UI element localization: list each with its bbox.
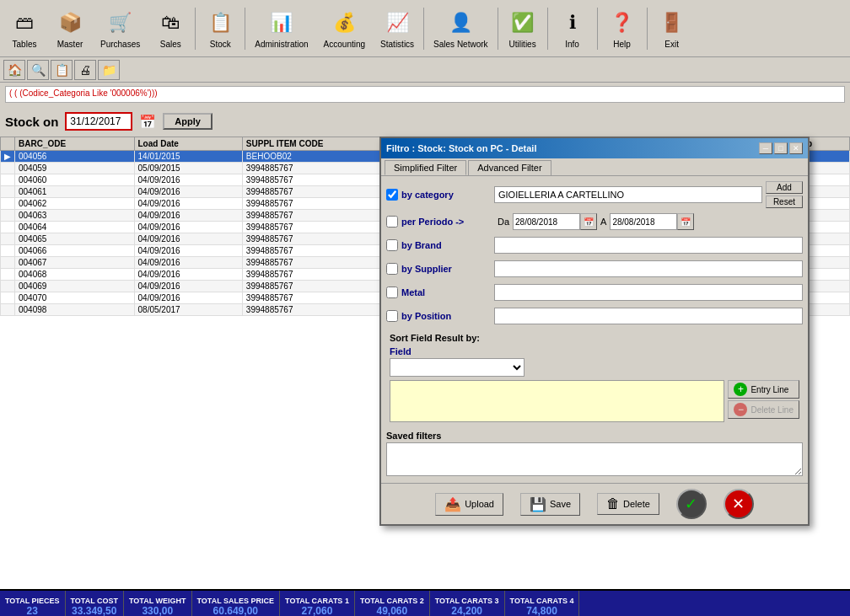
toolbar-item-tables[interactable]: 🗃Tables — [2, 3, 47, 54]
table-col-barc_ode[interactable]: BARC_ODE — [15, 137, 135, 151]
row-pointer — [1, 222, 15, 233]
entry-textarea[interactable] — [390, 380, 724, 422]
delete-label: Delete — [623, 499, 650, 509]
dialog-title: Filtro : Stock: Stock on PC - Detail — [386, 143, 536, 153]
sub-toolbar-btn-1[interactable]: 🔍 — [27, 60, 49, 80]
row-pointer — [1, 269, 15, 281]
toolbar-item-master[interactable]: 📦Master — [47, 3, 93, 54]
row-pointer — [1, 233, 15, 245]
table-cell-0: 004065 — [15, 233, 135, 245]
toolbar-item-administration[interactable]: 📊Administration — [247, 3, 315, 54]
statistics-icon: 📈 — [382, 8, 412, 38]
by-supplier-checkbox[interactable] — [386, 263, 398, 275]
by-position-input[interactable] — [494, 308, 803, 324]
status-value: 23 — [27, 605, 38, 616]
toolbar-separator — [245, 8, 245, 50]
saved-area[interactable] — [386, 442, 803, 476]
by-category-input[interactable] — [494, 186, 762, 203]
main-toolbar: 🗃Tables📦Master🛒Purchases🛍Sales📋Stock📊Adm… — [0, 0, 850, 57]
entry-buttons: + Entry Line − Delete Line — [728, 380, 799, 422]
status-label: TOTAL PIECES — [5, 597, 60, 605]
purchases-icon: 🛒 — [105, 8, 136, 38]
stock-date-input[interactable] — [65, 112, 132, 131]
by-supplier-input[interactable] — [494, 260, 803, 277]
toolbar-item-exit[interactable]: 🚪Exit — [649, 3, 695, 54]
master-icon: 📦 — [55, 8, 85, 38]
status-label: TOTAL SALES PRICE — [197, 597, 275, 605]
delete-button[interactable]: 🗑 Delete — [597, 493, 659, 515]
table-cell-0: 004069 — [15, 281, 135, 292]
sub-toolbar-btn-4[interactable]: 📁 — [98, 60, 120, 80]
row-pointer — [1, 163, 15, 174]
sales-label: Sales — [160, 40, 181, 49]
status-label: TOTAL CARATS 4 — [510, 597, 574, 605]
by-category-checkbox[interactable] — [386, 189, 398, 201]
dialog-footer: 📤 Upload 💾 Save 🗑 Delete ✓ ✕ — [381, 483, 808, 524]
toolbar-separator — [597, 8, 598, 50]
statistics-label: Statistics — [380, 40, 414, 49]
toolbar-item-statistics[interactable]: 📈Statistics — [373, 3, 422, 54]
per-periodo-checkbox[interactable] — [386, 216, 398, 228]
calendar-icon[interactable]: 📅 — [139, 114, 156, 130]
status-cell-total-carats-2: TOTAL CARATS 249,060 — [355, 591, 430, 616]
da-calendar-icon[interactable]: 📅 — [580, 213, 597, 230]
toolbar-item-sales[interactable]: 🛍Sales — [148, 3, 193, 54]
upload-button[interactable]: 📤 Upload — [435, 493, 503, 516]
toolbar-item-purchases[interactable]: 🛒Purchases — [93, 3, 148, 54]
stock-label: Stock — [210, 40, 231, 49]
by-brand-input[interactable] — [494, 237, 803, 254]
entry-line-button[interactable]: + Entry Line — [728, 380, 799, 399]
metal-label: Metal — [401, 287, 494, 297]
minimize-button[interactable]: ─ — [759, 142, 772, 154]
by-position-checkbox[interactable] — [386, 310, 398, 322]
sub-toolbar-btn-3[interactable]: 🖨 — [74, 60, 96, 80]
ok-button[interactable]: ✓ — [676, 489, 707, 519]
table-cell-1: 04/09/2016 — [134, 198, 242, 210]
close-button[interactable]: ✕ — [789, 142, 803, 154]
delete-icon: 🗑 — [606, 496, 620, 512]
toolbar-item-accounting[interactable]: 💰Accounting — [316, 3, 373, 54]
save-button[interactable]: 💾 Save — [520, 493, 580, 516]
apply-button[interactable]: Apply — [163, 113, 212, 130]
add-button[interactable]: Add — [766, 181, 803, 194]
delete-line-button[interactable]: − Delete Line — [728, 400, 799, 419]
a-calendar-icon[interactable]: 📅 — [677, 213, 694, 230]
da-date-input[interactable] — [513, 213, 580, 230]
sub-toolbar-btn-2[interactable]: 📋 — [51, 60, 73, 80]
table-cell-1: 05/09/2015 — [134, 163, 242, 174]
info-label: Info — [565, 40, 579, 49]
toolbar-item-utilities[interactable]: ✅Utilities — [500, 3, 546, 54]
toolbar-item-help[interactable]: ❓Help — [600, 3, 645, 54]
status-value: 49,060 — [376, 605, 407, 616]
upload-label: Upload — [465, 499, 494, 509]
reset-button[interactable]: Reset — [766, 196, 803, 208]
tab-simplified-filter[interactable]: Simplified Filter — [385, 160, 466, 175]
tab-advanced-filter[interactable]: Advanced Filter — [468, 160, 551, 175]
by-position-label: by Position — [401, 311, 494, 321]
sales_network-icon: 👤 — [445, 8, 476, 38]
table-cell-1: 04/09/2016 — [134, 245, 242, 257]
status-cell-total-carats-1: TOTAL CARATS 127,060 — [280, 591, 355, 616]
status-cell-total-carats-3: TOTAL CARATS 324,200 — [430, 591, 505, 616]
table-cell-0: 004064 — [15, 222, 135, 233]
status-cell-total-pieces: TOTAL PIECES23 — [0, 591, 66, 616]
metal-input[interactable] — [494, 284, 803, 301]
by-brand-checkbox[interactable] — [386, 239, 398, 251]
status-label: TOTAL CARATS 3 — [435, 597, 499, 605]
metal-checkbox[interactable] — [386, 287, 398, 298]
toolbar-item-sales_network[interactable]: 👤Sales Network — [426, 3, 495, 54]
sort-section: Sort Field Result by: Field + Entry Line… — [386, 329, 803, 426]
table-cell-1: 04/09/2016 — [134, 269, 242, 281]
maximize-button[interactable]: □ — [774, 142, 788, 154]
sub-toolbar-btn-0[interactable]: 🏠 — [3, 60, 25, 80]
info-icon: ℹ — [557, 8, 588, 38]
a-date-input[interactable] — [610, 213, 677, 230]
table-col-load-date[interactable]: Load Date — [134, 137, 242, 151]
toolbar-item-stock[interactable]: 📋Stock — [197, 3, 243, 54]
table-cell-1: 04/09/2016 — [134, 222, 242, 233]
cancel-button[interactable]: ✕ — [724, 489, 754, 519]
table-col-arrow — [1, 137, 15, 151]
status-label: TOTAL COST — [71, 597, 119, 605]
sort-field-select[interactable] — [390, 358, 525, 377]
toolbar-item-info[interactable]: ℹInfo — [550, 3, 595, 54]
